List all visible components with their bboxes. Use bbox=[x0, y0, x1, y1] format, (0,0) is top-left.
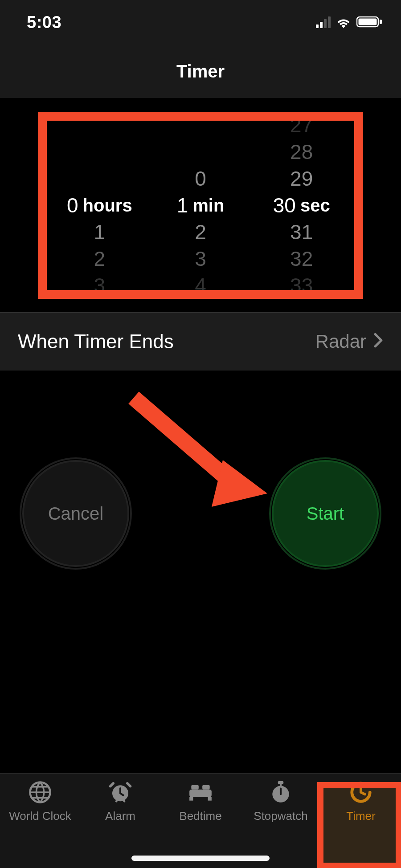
svg-rect-11 bbox=[202, 785, 210, 789]
seconds-selected-value: 30 bbox=[273, 192, 296, 219]
cellular-signal-icon bbox=[316, 16, 331, 28]
svg-rect-9 bbox=[208, 797, 212, 800]
minutes-selected-value: 1 bbox=[177, 192, 188, 219]
svg-rect-14 bbox=[280, 783, 282, 786]
minutes-unit-label: min bbox=[192, 192, 224, 219]
svg-line-3 bbox=[134, 398, 232, 482]
minutes-wheel[interactable]: 0 1 min 2 3 4 bbox=[150, 121, 251, 290]
svg-rect-2 bbox=[380, 20, 382, 24]
stopwatch-icon bbox=[267, 779, 294, 806]
when-timer-ends-row[interactable]: When Timer Ends Radar bbox=[0, 312, 401, 371]
svg-rect-7 bbox=[189, 790, 212, 797]
status-time: 5:03 bbox=[27, 13, 61, 32]
tab-stopwatch[interactable]: Stopwatch bbox=[241, 779, 321, 868]
home-indicator[interactable] bbox=[131, 856, 270, 861]
status-bar: 5:03 bbox=[0, 0, 401, 45]
hours-unit-label: hours bbox=[83, 192, 132, 219]
bed-icon bbox=[187, 779, 214, 806]
start-button[interactable]: Start bbox=[272, 460, 379, 567]
seconds-unit-label: sec bbox=[300, 192, 330, 219]
svg-rect-10 bbox=[191, 785, 199, 789]
when-timer-ends-value: Radar bbox=[315, 331, 366, 352]
hours-selected-value: 0 bbox=[67, 192, 78, 219]
nav-bar: Timer bbox=[0, 45, 401, 98]
svg-rect-8 bbox=[189, 797, 193, 800]
tab-world-clock[interactable]: World Clock bbox=[0, 779, 80, 868]
tab-bedtime[interactable]: Bedtime bbox=[160, 779, 241, 868]
alarm-clock-icon bbox=[107, 779, 134, 806]
chevron-right-icon bbox=[373, 331, 383, 352]
cancel-button[interactable]: Cancel bbox=[22, 460, 129, 567]
svg-marker-4 bbox=[212, 460, 267, 507]
when-timer-ends-label: When Timer Ends bbox=[18, 330, 174, 353]
timer-icon bbox=[348, 779, 374, 806]
time-picker-area: 0 hours 1 2 3 0 1 min 2 3 4 27 28 29 bbox=[0, 98, 401, 312]
page-title: Timer bbox=[176, 61, 225, 82]
hours-wheel[interactable]: 0 hours 1 2 3 bbox=[49, 121, 150, 290]
tab-bar: World Clock Alarm Bedtime Stopwatch Time… bbox=[0, 773, 401, 868]
seconds-wheel[interactable]: 27 28 29 30 sec 31 32 33 bbox=[251, 121, 352, 290]
svg-rect-1 bbox=[359, 18, 377, 25]
tab-timer[interactable]: Timer bbox=[321, 779, 401, 868]
battery-icon bbox=[356, 13, 383, 32]
buttons-area: Cancel Start bbox=[0, 371, 401, 620]
tab-alarm[interactable]: Alarm bbox=[80, 779, 160, 868]
globe-icon bbox=[27, 779, 53, 806]
wifi-icon bbox=[336, 13, 351, 32]
annotation-arrow-icon bbox=[125, 389, 267, 515]
